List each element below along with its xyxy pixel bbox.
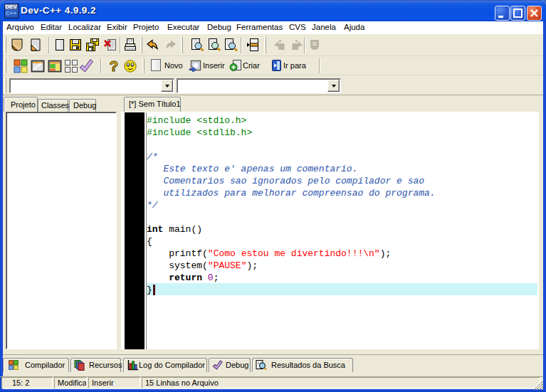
svg-text:?: ? (110, 58, 119, 74)
